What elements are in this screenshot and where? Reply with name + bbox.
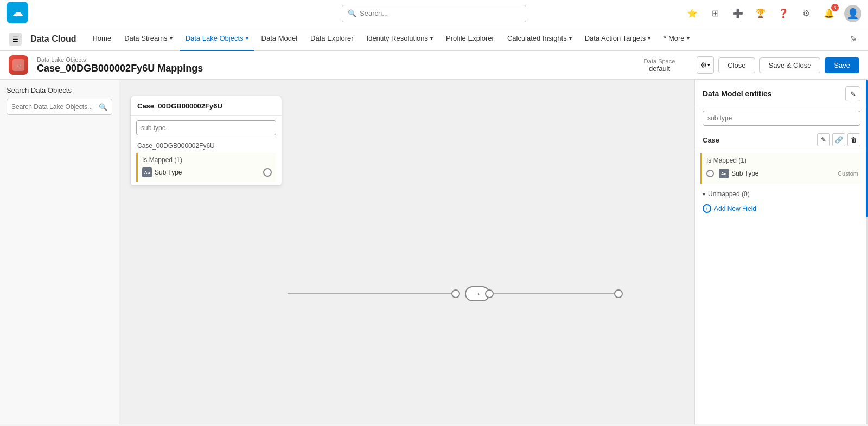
salesforce-logo[interactable]: ☁ [7,2,28,25]
right-panel-search[interactable] [703,111,860,126]
main-area: Search Data Objects 🔍 → Case_00DGB000002… [0,80,868,424]
svg-text:↔: ↔ [15,61,22,69]
search-data-objects-input[interactable] [11,103,99,111]
page-title: Case_00DGB000002Fy6U Mappings [37,63,203,74]
save-button[interactable]: Save [825,57,859,73]
right-panel-entity-header: Case ✎ 🔗 🗑 [695,130,868,150]
svg-text:☁: ☁ [12,7,23,18]
close-button[interactable]: Close [718,57,755,73]
global-search-input[interactable] [360,9,512,17]
scrollbar-thumb [866,80,868,217]
chevron-down-icon: ▾ [707,62,710,68]
avatar-icon[interactable]: 👤 [844,5,861,22]
field-type-icon: Aα [142,167,152,177]
header-actions: ⚙ ▾ Close Save & Close Save [697,56,859,74]
dlo-field-row: Aα Sub Type [142,166,272,179]
settings-dropdown-btn[interactable]: ⚙ ▾ [697,56,714,74]
dlo-search-input[interactable] [141,124,271,132]
add-icon[interactable]: ➕ [730,6,745,21]
nav-profile-explorer[interactable]: Profile Explorer [441,27,500,51]
top-nav-actions: ⭐ ⊞ ➕ 🏆 ❓ ⚙ 🔔 3 👤 [685,5,861,22]
data-space-label: Data Space [644,58,675,64]
svg-point-12 [615,290,622,298]
dlo-card: Case_00DGB000002Fy6U Case_00DGB000002Fy6… [130,96,282,186]
rp-field-left: Aα Sub Type [706,169,758,178]
add-icon: + [703,204,711,213]
data-space-value: default [644,64,675,73]
add-new-field-btn[interactable]: + Add New Field [695,201,868,216]
field-connector-dot[interactable] [263,168,272,177]
search-data-objects-label: Search Data Objects [7,86,112,94]
content-header: ↔ Data Lake Objects Case_00DGB000002Fy6U… [0,51,868,80]
entity-actions: ✎ 🔗 🗑 [817,133,860,146]
right-panel-header: Data Model entities ✎ [695,80,868,106]
entity-link-btn[interactable]: 🔗 [832,133,845,146]
breadcrumb-row: ↔ Data Lake Objects Case_00DGB000002Fy6U… [9,55,203,75]
app-navigation: ☰ Data Cloud Home Data Streams ▾ Data La… [0,27,868,51]
breadcrumb-info: Data Lake Objects Case_00DGB000002Fy6U M… [37,56,203,74]
dlo-card-header: Case_00DGB000002Fy6U [131,96,282,116]
dlo-search-wrap[interactable] [136,120,276,135]
nav-data-lake-objects[interactable]: Data Lake Objects ▾ [180,27,254,51]
rp-field-type-icon: Aα [719,169,729,178]
notification-count: 3 [831,4,839,11]
svg-point-11 [486,290,493,298]
nav-more[interactable]: * More ▾ [658,27,694,51]
entity-edit-btn[interactable]: ✎ [817,133,830,146]
nav-edit-icon[interactable]: ✎ [848,32,859,46]
right-panel-edit-btn[interactable]: ✎ [845,86,860,101]
chevron-down-icon: ▾ [703,191,705,197]
settings-icon[interactable]: ⚙ [799,6,814,21]
svg-point-8 [452,290,459,298]
data-space-section: Data Space default [644,58,675,73]
chevron-down-icon: ▾ [246,35,248,41]
canvas-area[interactable]: → Case_00DGB000002Fy6U Case_00DGB000002F… [119,80,694,424]
breadcrumb: Data Lake Objects [37,56,203,63]
svg-text:☰: ☰ [12,36,18,43]
nav-home[interactable]: Home [87,27,117,51]
nav-data-action-targets[interactable]: Data Action Targets ▾ [579,27,656,51]
notifications[interactable]: 🔔 3 [821,6,837,21]
right-panel-mapped-label: Is Mapped (1) [706,157,858,164]
svg-text:→: → [474,289,481,298]
dlo-mapped-section: Is Mapped (1) Aα Sub Type [136,153,276,182]
search-icon: 🔍 [348,9,356,17]
grid-icon[interactable]: ⊞ [707,6,723,21]
nav-calculated-insights[interactable]: Calculated Insights ▾ [502,27,577,51]
right-panel-search-input[interactable] [707,114,856,122]
right-panel-title: Data Model entities [703,89,772,98]
nav-identity-resolutions[interactable]: Identity Resolutions ▾ [361,27,438,51]
settings-icon: ⚙ [700,61,707,69]
favorites-icon[interactable]: ⭐ [685,6,700,21]
rp-field-badge: Custom [838,170,858,177]
help-icon[interactable]: ❓ [776,6,791,21]
right-panel-mapped-section: Is Mapped (1) Aα Sub Type Custom [700,153,863,184]
app-title: Data Cloud [30,34,76,44]
search-icon: 🔍 [99,103,107,111]
global-search-bar[interactable]: 🔍 [342,5,526,22]
dlo-mapped-label: Is Mapped (1) [142,156,272,164]
chevron-down-icon: ▾ [687,35,690,41]
left-panel: Search Data Objects 🔍 [0,80,119,424]
save-close-button[interactable]: Save & Close [760,57,821,73]
top-navigation: ☁ 🔍 ⭐ ⊞ ➕ 🏆 ❓ ⚙ 🔔 3 👤 [0,0,868,27]
search-data-objects-wrap[interactable]: 🔍 [7,99,112,115]
entity-delete-btn[interactable]: 🗑 [847,133,860,146]
trophy-icon[interactable]: 🏆 [753,6,768,21]
chevron-down-icon: ▾ [170,35,173,41]
nav-data-explorer[interactable]: Data Explorer [305,27,359,51]
dlo-app-icon: ↔ [9,55,28,75]
right-panel-field-row: Aα Sub Type Custom [706,166,858,180]
right-panel-scrollbar[interactable] [866,80,868,424]
right-panel-unmapped[interactable]: ▾ Unmapped (0) [695,187,868,201]
right-panel: Data Model entities ✎ Case ✎ 🔗 🗑 Is Mapp… [694,80,868,424]
svg-rect-9 [465,287,489,301]
chevron-down-icon: ▾ [430,35,433,41]
connector-dot [706,170,714,177]
app-icon: ☰ [9,33,22,46]
dlo-card-subheader: Case_00DGB000002Fy6U [131,140,282,153]
chevron-down-icon: ▾ [569,35,572,41]
nav-data-model[interactable]: Data Model [256,27,303,51]
dlo-field-name: Aα Sub Type [142,167,182,177]
nav-data-streams[interactable]: Data Streams ▾ [119,27,177,51]
